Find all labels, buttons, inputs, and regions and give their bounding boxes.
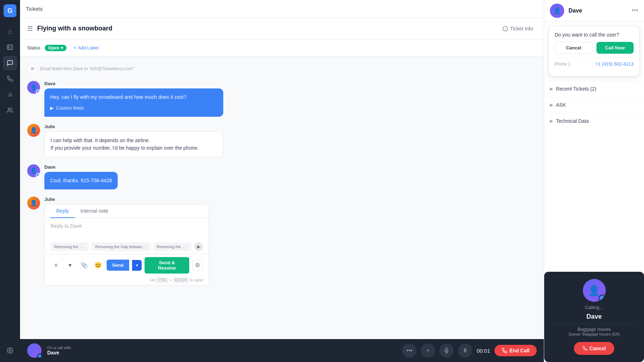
message-sender-3: Dave: [44, 164, 223, 170]
chevron-icon-3: ▶: [550, 119, 553, 124]
tab-reply[interactable]: Reply: [50, 204, 75, 218]
call-controls: ••• + ⏸ 00:01 End Call: [402, 343, 537, 358]
technical-data-label: Technical Data: [556, 118, 638, 124]
message-group-2: 👤 Julie I can help with that. It depends…: [27, 124, 537, 157]
chevron-icon-2: ▶: [550, 102, 553, 107]
chevron-icon-1: ▶: [550, 86, 553, 91]
keyboard-hint: Hit CTRL + ENTER to send: [45, 276, 209, 285]
message-bubble-3: Cool, thanks. 915-756-4428: [44, 172, 118, 189]
contact-name: Dave: [569, 8, 627, 14]
emoji-icon[interactable]: 😊: [92, 260, 103, 271]
calling-divider: [550, 323, 638, 324]
sidebar-tickets[interactable]: [3, 40, 17, 54]
sidebar-contacts[interactable]: [3, 103, 17, 117]
ask-label: ASK: [556, 102, 638, 108]
custom-fields-toggle[interactable]: ▶ Custom fields: [50, 105, 218, 112]
contact-header: 👤 Dave •••: [544, 0, 644, 21]
sidebar-calls[interactable]: [3, 72, 17, 86]
contact-avatar: 👤: [550, 4, 564, 18]
like-icon[interactable]: ♥: [64, 260, 75, 271]
call-pause-button[interactable]: ⏸: [458, 343, 472, 358]
call-timer: 00:01: [477, 348, 490, 354]
reply-toolbar: ≡ ♥ 📎 😊 Send ▾ Send & Resolve ⚙: [45, 254, 209, 276]
end-call-button[interactable]: End Call: [494, 345, 537, 356]
avatar-julie-2: 👤: [27, 197, 40, 209]
avatar-badge-2: 1: [36, 173, 40, 177]
send-resolve-button[interactable]: Send & Resolve: [145, 257, 189, 274]
calling-user-badge: ✓: [599, 295, 606, 302]
sidebar-chat[interactable]: [3, 56, 17, 70]
conversation-area: ✉ Email ticket from Dave to "info@Travel…: [20, 57, 544, 339]
call-more-button[interactable]: •••: [402, 343, 416, 358]
format-icon[interactable]: ≡: [50, 260, 62, 271]
avatar-dave-2: 👤 1: [27, 164, 40, 177]
email-source: ✉ Email ticket from Dave to "info@Travel…: [27, 64, 537, 74]
email-source-text: Email ticket from Dave to "info@Travelbe…: [40, 66, 134, 71]
sidebar-home[interactable]: ⌂: [3, 24, 17, 39]
send-dropdown-button[interactable]: ▾: [132, 260, 142, 271]
toolbar-actions: Send ▾ Send & Resolve ⚙: [107, 257, 203, 274]
call-popup-title: Do you want to call the user?: [555, 32, 634, 38]
recent-tickets-label: Recent Tickets (2): [556, 86, 638, 92]
main-content: Tickets ☰ Flying with a snowboard Ticket…: [20, 0, 544, 362]
send-button[interactable]: Send: [107, 260, 130, 271]
add-label-button[interactable]: + Add Label: [71, 44, 102, 52]
avatar-badge: 1: [36, 90, 40, 94]
reply-settings-button[interactable]: ⚙: [192, 260, 203, 271]
ticket-info-button[interactable]: Ticket Info: [499, 24, 537, 34]
message-group-1: 👤 1 Dave Hey, can I fly with my snowboar…: [27, 81, 537, 117]
suggestion-next[interactable]: ▶: [194, 242, 203, 251]
call-bar: On a call with Dave ••• + ⏸ 00:01 End Ca…: [20, 339, 544, 362]
call-add-button[interactable]: +: [421, 343, 435, 358]
call-avatar-badge: [37, 353, 42, 358]
status-badge[interactable]: Open ▾: [45, 45, 67, 51]
reply-input[interactable]: Reply to Dave: [45, 218, 209, 240]
cancel-calling-button[interactable]: Cancel: [574, 342, 615, 355]
technical-data-section[interactable]: ▶ Technical Data: [544, 113, 644, 129]
call-avatar: [27, 343, 42, 358]
svg-point-8: [8, 108, 10, 110]
message-sender-1: Dave: [44, 81, 223, 86]
call-info: On a call with Dave: [47, 346, 71, 356]
message-group-4: 👤 Julie Reply Internal note Reply to Dav…: [27, 197, 537, 285]
attachment-icon[interactable]: 📎: [78, 260, 89, 271]
svg-rect-0: [8, 45, 13, 50]
phone-label: Phone 1: [555, 62, 571, 67]
cancel-call-icon: [582, 346, 587, 351]
message-sender-2: Julie: [44, 124, 223, 129]
ctrl-key: CTRL: [156, 277, 169, 283]
ask-section[interactable]: ▶ ASK: [544, 97, 644, 113]
suggestion-1[interactable]: Removing the Gap between the Footer: [50, 242, 89, 251]
phone-number: +1 (415) 602-4113: [595, 61, 634, 67]
custom-fields-label: Custom fields: [56, 105, 84, 112]
suggestion-3[interactable]: Removing the Gap between the Footer: [153, 242, 191, 251]
cancel-calling-label: Cancel: [590, 346, 606, 351]
info-icon: [502, 26, 508, 32]
ticket-title: Flying with a snowboard: [37, 25, 494, 32]
contact-more-button[interactable]: •••: [631, 7, 638, 14]
sidebar-settings[interactable]: [3, 343, 17, 358]
call-mute-button[interactable]: [439, 343, 454, 358]
sidebar-reports[interactable]: [3, 87, 17, 102]
reply-editor-container: Julie Reply Internal note Reply to Dave …: [44, 197, 209, 285]
ticket-header: ☰ Flying with a snowboard Ticket Info: [20, 18, 544, 39]
message-text-1: Hey, can I fly with my snowboard and how…: [50, 94, 186, 100]
right-panel: 👤 Dave ••• Do you want to call the user?…: [544, 0, 644, 362]
end-call-icon: [502, 348, 507, 353]
suggestion-2[interactable]: Removing the Gap between the Footer and …: [92, 242, 150, 251]
call-popup: Do you want to call the user? Cancel Cal…: [548, 26, 640, 76]
status-bar: Status Open ▾ + Add Label: [20, 39, 544, 57]
call-now-button[interactable]: Call Now: [596, 42, 634, 54]
email-icon: ✉: [27, 64, 37, 74]
recent-tickets-section[interactable]: ▶ Recent Tickets (2): [544, 81, 644, 97]
message-group-3: 👤 1 Dave Cool, thanks. 915-756-4428: [27, 164, 537, 189]
menu-icon: ☰: [27, 25, 33, 33]
message-content-2: Julie I can help with that. It depends o…: [44, 124, 223, 157]
tab-internal-note[interactable]: Internal note: [75, 204, 114, 218]
calling-name: Dave: [586, 313, 602, 320]
calling-card: 👤 ✓ Calling... Dave Baggage Issues Queue…: [544, 272, 644, 362]
cancel-call-button[interactable]: Cancel: [555, 42, 593, 54]
reply-sender: Julie: [44, 197, 209, 202]
svg-point-9: [9, 350, 11, 352]
suggestions-row: Removing the Gap between the Footer Remo…: [45, 240, 209, 254]
